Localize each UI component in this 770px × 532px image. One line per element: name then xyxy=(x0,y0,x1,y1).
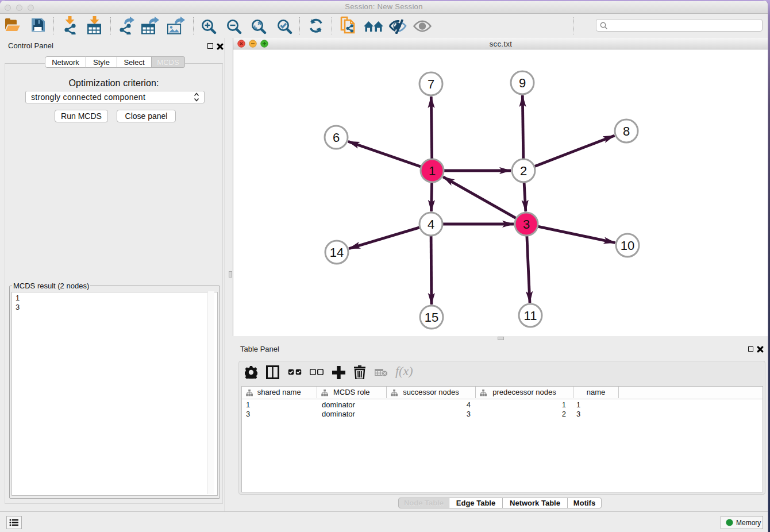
svg-text:7: 7 xyxy=(428,77,434,91)
svg-text:14: 14 xyxy=(330,245,344,260)
svg-text:6: 6 xyxy=(333,130,340,145)
svg-text:8: 8 xyxy=(623,124,630,138)
svg-text:1: 1 xyxy=(429,164,436,178)
svg-text:9: 9 xyxy=(519,76,526,90)
svg-text:3: 3 xyxy=(523,217,530,232)
svg-text:10: 10 xyxy=(621,238,634,253)
svg-text:4: 4 xyxy=(428,217,434,232)
svg-text:11: 11 xyxy=(524,309,537,323)
svg-text:15: 15 xyxy=(425,310,438,325)
svg-text:2: 2 xyxy=(520,164,527,178)
